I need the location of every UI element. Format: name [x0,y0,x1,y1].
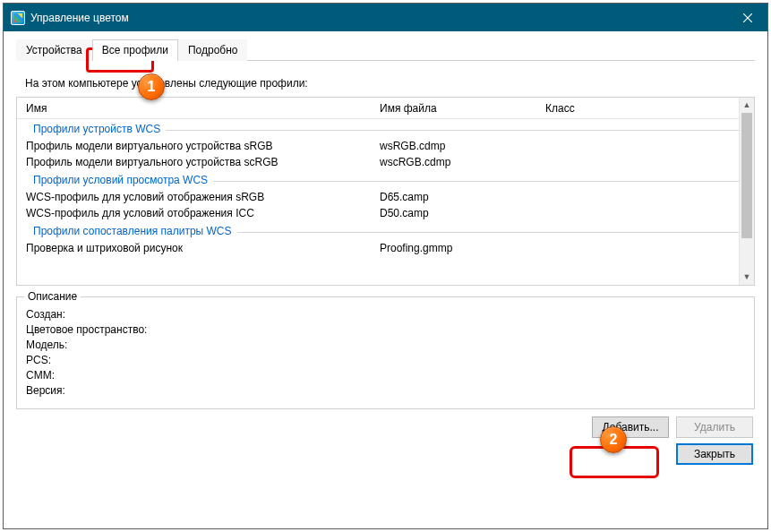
desc-colorspace: Цветовое пространство: [26,323,745,336]
description-group: Описание Создан: Цветовое пространство: … [16,296,755,409]
close-button[interactable]: Закрыть [676,443,753,465]
tab-devices[interactable]: Устройства [16,39,92,61]
profile-list: Имя Имя файла Класс Профили устройств WC… [16,97,755,286]
column-name[interactable]: Имя [26,102,380,115]
scroll-down-icon[interactable]: ▼ [740,270,754,285]
tab-devices-label: Устройства [26,44,82,56]
tab-advanced[interactable]: Подробно [178,39,248,61]
column-class[interactable]: Класс [545,102,739,115]
dialog-footer: Закрыть [16,443,755,465]
dialog-content: Устройства Все профили Подробно На этом … [4,31,767,528]
group-wcs-gamut[interactable]: Профили сопоставления палитры WCS [17,221,739,240]
scroll-track[interactable] [740,113,754,270]
desc-cmm: CMM: [26,369,745,382]
remove-button: Удалить [676,416,753,438]
color-management-window: Управление цветом Устройства Все профили… [3,3,768,529]
close-icon [743,13,752,22]
tab-bar: Устройства Все профили Подробно [16,39,755,61]
desc-pcs: PCS: [26,354,745,366]
instruction-text: На этом компьютере установлены следующие… [25,77,755,90]
tab-all-profiles-label: Все профили [102,44,168,56]
annotation-badge-2: 2 [600,426,627,453]
scroll-thumb[interactable] [741,113,752,238]
list-item[interactable]: Профиль модели виртуального устройства s… [17,138,739,154]
list-header: Имя Имя файла Класс [17,98,739,119]
column-file[interactable]: Имя файла [380,102,545,115]
desc-version: Версия: [26,384,745,397]
list-rows: Профили устройств WCS Профиль модели вир… [17,119,739,256]
list-item[interactable]: WCS-профиль для условий отображения ICC … [17,205,739,221]
tab-advanced-label: Подробно [188,44,238,56]
group-wcs-devices[interactable]: Профили устройств WCS [17,119,739,138]
window-title: Управление цветом [30,12,727,24]
list-item[interactable]: Профиль модели виртуального устройства s… [17,154,739,170]
scroll-up-icon[interactable]: ▲ [740,98,754,113]
annotation-badge-1: 1 [138,73,165,100]
profile-buttons-row: Добавить... Удалить [16,416,755,438]
description-legend: Описание [24,290,81,303]
app-icon [11,11,25,25]
titlebar: Управление цветом [4,4,767,31]
list-item[interactable]: Проверка и штриховой рисунок Proofing.gm… [17,240,739,256]
tab-all-profiles[interactable]: Все профили [92,39,178,61]
list-item[interactable]: WCS-профиль для условий отображения sRGB… [17,189,739,205]
desc-created: Создан: [26,308,745,321]
window-close-button[interactable] [727,4,767,31]
list-scrollbar[interactable]: ▲ ▼ [739,98,754,285]
group-wcs-viewing[interactable]: Профили условий просмотра WCS [17,170,739,189]
desc-model: Модель: [26,339,745,351]
